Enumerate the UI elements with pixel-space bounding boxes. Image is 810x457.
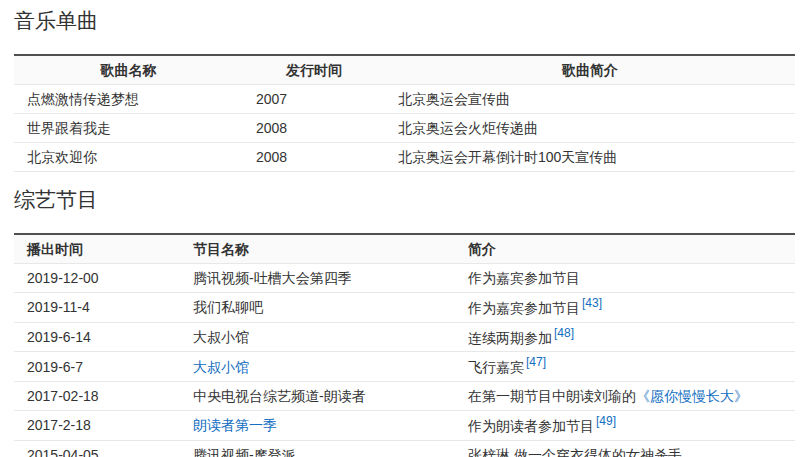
baike-content-page: 音乐单曲 歌曲名称 发行时间 歌曲简介 点燃激情传递梦想 2007 北京奥运会宣… — [0, 0, 810, 457]
cell-program-name: 腾讯视频-吐槽大会第四季 — [180, 264, 455, 293]
book-title-link[interactable]: 《愿你慢慢长大》 — [636, 388, 748, 404]
column-header-intro: 简介 — [455, 234, 795, 264]
cell-program-name: 我们私聊吧 — [180, 293, 455, 323]
column-header-air-date: 播出时间 — [14, 234, 180, 264]
table-row: 2015-04-05 腾讯视频-摩登派 张梓琳 做一个穿衣得体的女神杀手 — [14, 440, 795, 457]
music-singles-table: 歌曲名称 发行时间 歌曲简介 点燃激情传递梦想 2007 北京奥运会宣传曲 世界… — [14, 54, 795, 172]
cell-intro: 作为嘉宾参加节目[43] — [455, 293, 795, 323]
intro-text: 在第一期节目中朗读刘瑜的 — [468, 388, 636, 404]
table-row: 世界跟着我走 2008 北京奥运会火炬传递曲 — [14, 114, 795, 143]
cell-song-intro: 北京奥运会宣传曲 — [385, 85, 795, 114]
table-row: 2019-6-14 大叔小馆 连续两期参加[48] — [14, 322, 795, 352]
cell-song-name: 北京欢迎你 — [14, 143, 243, 172]
column-header-program-name: 节目名称 — [180, 234, 455, 264]
reference-link[interactable]: [43] — [582, 296, 602, 310]
cell-song-name: 世界跟着我走 — [14, 114, 243, 143]
cell-program-name: 大叔小馆 — [180, 352, 455, 382]
table-row: 2017-02-18 中央电视台综艺频道-朗读者 在第一期节目中朗读刘瑜的《愿你… — [14, 381, 795, 410]
cell-release-date: 2008 — [243, 143, 385, 172]
cell-air-date: 2017-2-18 — [14, 410, 180, 440]
intro-text: 连续两期参加 — [468, 329, 552, 345]
cell-air-date: 2017-02-18 — [14, 381, 180, 410]
cell-air-date: 2019-12-00 — [14, 264, 180, 293]
cell-air-date: 2019-11-4 — [14, 293, 180, 323]
cell-intro: 作为朗读者参加节目[49] — [455, 410, 795, 440]
column-header-song-name: 歌曲名称 — [14, 55, 243, 85]
cell-intro: 作为嘉宾参加节目 — [455, 264, 795, 293]
cell-program-name: 朗读者第一季 — [180, 410, 455, 440]
reference-link[interactable]: [49] — [596, 414, 616, 428]
program-link[interactable]: 大叔小馆 — [193, 359, 249, 375]
cell-air-date: 2015-04-05 — [14, 440, 180, 457]
table-row: 2019-11-4 我们私聊吧 作为嘉宾参加节目[43] — [14, 293, 795, 323]
table-row: 点燃激情传递梦想 2007 北京奥运会宣传曲 — [14, 85, 795, 114]
cell-song-name: 点燃激情传递梦想 — [14, 85, 243, 114]
cell-song-intro: 北京奥运会开幕倒计时100天宣传曲 — [385, 143, 795, 172]
cell-intro: 连续两期参加[48] — [455, 322, 795, 352]
cell-air-date: 2019-6-14 — [14, 322, 180, 352]
music-singles-section: 音乐单曲 歌曲名称 发行时间 歌曲简介 点燃激情传递梦想 2007 北京奥运会宣… — [14, 9, 795, 172]
cell-program-name: 腾讯视频-摩登派 — [180, 440, 455, 457]
variety-shows-table: 播出时间 节目名称 简介 2019-12-00 腾讯视频-吐槽大会第四季 作为嘉… — [14, 233, 795, 457]
cell-release-date: 2008 — [243, 114, 385, 143]
variety-section-title: 综艺节目 — [14, 188, 795, 212]
column-header-release-date: 发行时间 — [243, 55, 385, 85]
variety-shows-section: 综艺节目 播出时间 节目名称 简介 2019-12-00 腾讯视频-吐槽大会第四… — [14, 188, 795, 457]
intro-text: 作为朗读者参加节目 — [468, 418, 594, 434]
intro-text: 作为嘉宾参加节目 — [468, 300, 580, 316]
table-row: 北京欢迎你 2008 北京奥运会开幕倒计时100天宣传曲 — [14, 143, 795, 172]
cell-release-date: 2007 — [243, 85, 385, 114]
cell-program-name: 大叔小馆 — [180, 322, 455, 352]
cell-intro: 飞行嘉宾[47] — [455, 352, 795, 382]
intro-text: 飞行嘉宾 — [468, 359, 524, 375]
program-link[interactable]: 朗读者第一季 — [193, 417, 277, 433]
column-header-song-intro: 歌曲简介 — [385, 55, 795, 85]
table-row: 2019-6-7 大叔小馆 飞行嘉宾[47] — [14, 352, 795, 382]
table-header-row: 播出时间 节目名称 简介 — [14, 234, 795, 264]
table-header-row: 歌曲名称 发行时间 歌曲简介 — [14, 55, 795, 85]
table-row: 2019-12-00 腾讯视频-吐槽大会第四季 作为嘉宾参加节目 — [14, 264, 795, 293]
cell-intro: 张梓琳 做一个穿衣得体的女神杀手 — [455, 440, 795, 457]
cell-intro: 在第一期节目中朗读刘瑜的《愿你慢慢长大》 — [455, 381, 795, 410]
table-row: 2017-2-18 朗读者第一季 作为朗读者参加节目[49] — [14, 410, 795, 440]
reference-link[interactable]: [48] — [554, 326, 574, 340]
cell-air-date: 2019-6-7 — [14, 352, 180, 382]
reference-link[interactable]: [47] — [526, 355, 546, 369]
cell-song-intro: 北京奥运会火炬传递曲 — [385, 114, 795, 143]
cell-program-name: 中央电视台综艺频道-朗读者 — [180, 381, 455, 410]
music-section-title: 音乐单曲 — [14, 9, 795, 33]
